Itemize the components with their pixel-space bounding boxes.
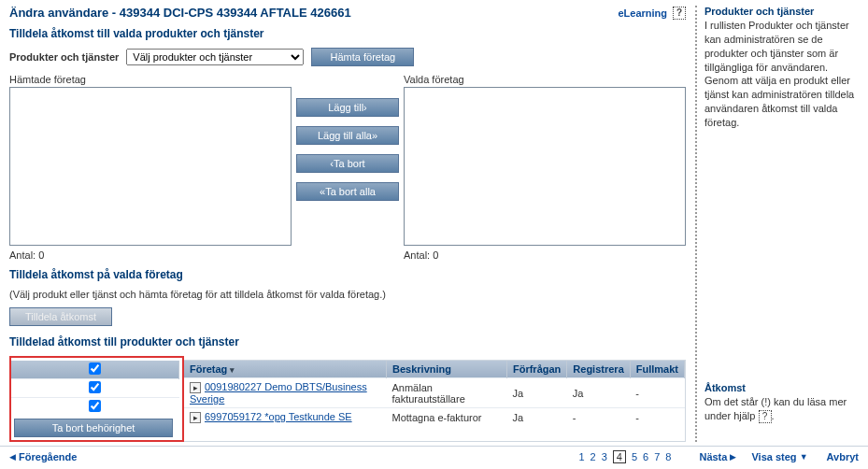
chevron-down-icon: ▼	[800, 452, 808, 462]
side-title-1: Produkter och tjänster	[704, 6, 859, 17]
cell-full: -	[630, 378, 684, 408]
select-all-checkbox[interactable]	[89, 362, 101, 375]
cell-req: Ja	[506, 378, 566, 408]
products-select[interactable]: Välj produkter och tjänster	[126, 49, 304, 65]
cell-desc: Anmälan fakturautställare	[387, 378, 507, 408]
cell-reg: Ja	[567, 378, 630, 408]
side-body-1: I rullisten Produkter och tjänster kan a…	[704, 19, 859, 130]
sort-icon: ▾	[230, 365, 235, 375]
page-link[interactable]: 1	[578, 451, 584, 462]
company-link[interactable]: 0091980227 Demo DBTS/Business Sverige	[190, 381, 367, 405]
fetched-listbox[interactable]	[9, 87, 292, 246]
selected-listbox[interactable]	[404, 87, 686, 246]
cell-req: Ja	[506, 408, 566, 427]
section1-title: Tilldela åtkomst till valda produkter oc…	[9, 27, 686, 40]
show-step-link[interactable]: Visa steg	[751, 451, 796, 462]
col-req[interactable]: Förfrågan	[506, 361, 566, 378]
page-title: Ändra användare - 439344 DCI-CPS 439344 …	[9, 6, 351, 20]
row-checkbox[interactable]	[89, 400, 101, 412]
help-icon[interactable]: ?	[759, 410, 772, 423]
table-row: ▸0091980227 Demo DBTS/Business Sverige A…	[184, 378, 685, 408]
table-row: ▸6997059172 *opg Testkunde SE Mottagna e…	[184, 408, 685, 427]
next-arrow-icon: ▶	[730, 452, 736, 462]
col-reg[interactable]: Registrera	[567, 361, 630, 378]
company-link[interactable]: 6997059172 *opg Testkunde SE	[205, 411, 352, 422]
col-desc[interactable]: Beskrivning	[387, 361, 507, 378]
remove-button[interactable]: ‹Ta bort	[296, 154, 399, 173]
page-link[interactable]: 8	[665, 451, 671, 462]
fetched-label: Hämtade företag	[9, 74, 292, 85]
side-body-2: Om det står (!) kan du läsa mer under hj…	[704, 395, 859, 423]
remove-all-button[interactable]: «Ta bort alla	[296, 182, 399, 201]
cancel-link[interactable]: Avbryt	[827, 451, 859, 462]
add-all-button[interactable]: Lägg till alla»	[296, 126, 399, 145]
row-checkbox[interactable]	[89, 381, 101, 393]
remove-highlight-box: Ta bort behörighet	[9, 356, 184, 442]
fetch-companies-button[interactable]: Hämta företag	[311, 48, 414, 66]
remove-permission-button[interactable]: Ta bort behörighet	[14, 419, 173, 437]
page-link[interactable]: 5	[632, 451, 637, 462]
elearning-link[interactable]: eLearning	[618, 7, 667, 19]
pager: 1 2 3 4 5 6 7 8	[578, 450, 671, 463]
selected-label: Valda företag	[404, 74, 686, 85]
next-link[interactable]: Nästa	[699, 451, 727, 462]
cell-desc: Mottagna e-fakturor	[387, 408, 507, 427]
prev-arrow-icon: ◀	[9, 452, 16, 462]
fetched-count: Antal: 0	[9, 249, 292, 261]
page-link[interactable]: 7	[654, 451, 660, 462]
prev-link[interactable]: Föregående	[19, 451, 77, 462]
products-label: Produkter och tjänster	[9, 51, 119, 63]
page-link[interactable]: 6	[643, 451, 648, 462]
section2-title: Tilldela åtkomst på valda företag	[9, 268, 686, 281]
access-table: Företag ▾ Beskrivning Förfrågan Registre…	[184, 361, 685, 426]
cell-full: -	[630, 408, 684, 427]
section2-hint: (Välj produkt eller tjänst och hämta för…	[9, 289, 686, 300]
page-link[interactable]: 2	[591, 451, 596, 462]
col-full[interactable]: Fullmakt	[630, 361, 684, 378]
selected-count: Antal: 0	[404, 249, 686, 261]
page-current: 4	[613, 450, 626, 463]
section3-title: Tilldelad åtkomst till produkter och tjä…	[9, 335, 686, 348]
help-icon[interactable]: ?	[673, 7, 686, 20]
side-title-2: Åtkomst	[704, 382, 859, 393]
expand-icon[interactable]: ▸	[190, 382, 201, 393]
add-button[interactable]: Lägg till›	[296, 98, 399, 117]
expand-icon[interactable]: ▸	[190, 412, 201, 423]
assign-access-button: Tilldela åtkomst	[9, 307, 112, 326]
page-link[interactable]: 3	[602, 451, 607, 462]
col-company[interactable]: Företag ▾	[184, 361, 387, 378]
cell-reg: -	[567, 408, 630, 427]
